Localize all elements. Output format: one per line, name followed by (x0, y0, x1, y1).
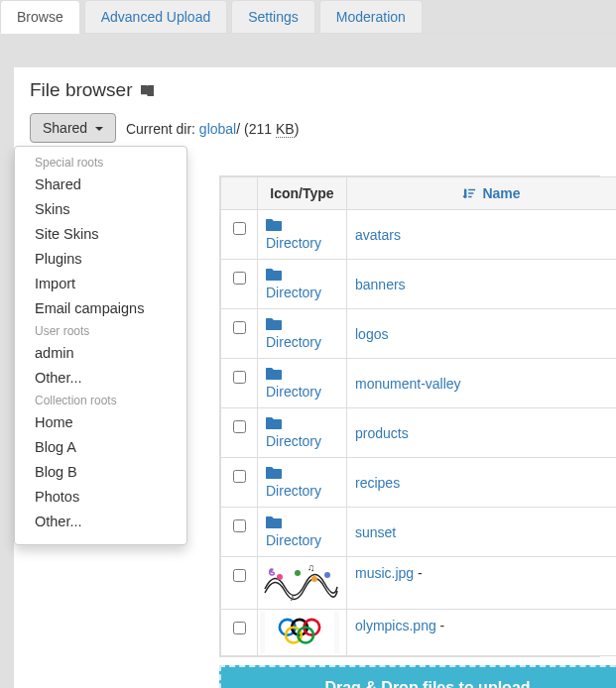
dropdown-section-user: User roots (15, 321, 186, 341)
dropdown-item-other-[interactable]: Other... (15, 510, 186, 534)
dropdown-item-blog-a[interactable]: Blog A (15, 435, 186, 460)
file-name-link[interactable]: olympics.png (355, 618, 436, 633)
table-row: Directorysunset (221, 508, 617, 557)
current-dir-size-abbr: KB (276, 121, 295, 138)
table-row: Directoryavatars (221, 210, 617, 260)
current-dir-size-suffix: ) (295, 121, 300, 137)
dropdown-section-special: Special roots (15, 153, 186, 172)
roots-dropdown: Special roots SharedSkinsSite SkinsPlugi… (14, 146, 187, 545)
dropdown-item-site-skins[interactable]: Site Skins (15, 222, 186, 247)
shared-dropdown-button[interactable]: Shared (30, 113, 116, 143)
file-browser-panel: File browser Shared Current dir: global/… (14, 67, 616, 688)
file-name-link[interactable]: logos (355, 326, 388, 342)
row-checkbox[interactable] (233, 470, 246, 483)
thumbnail[interactable] (260, 612, 344, 653)
type-directory-link[interactable]: Directory (266, 532, 321, 548)
thumbnail[interactable]: ♪♫ (260, 559, 344, 607)
svg-point-3 (311, 576, 317, 582)
tab-settings[interactable]: Settings (231, 0, 315, 33)
svg-point-4 (324, 572, 330, 578)
type-directory-link[interactable]: Directory (266, 433, 321, 449)
page-title: File browser (30, 79, 132, 100)
file-name-link[interactable]: products (355, 425, 409, 441)
dropdown-item-other-[interactable]: Other... (15, 366, 186, 391)
dropdown-item-photos[interactable]: Photos (15, 485, 186, 510)
dropzone-title: Drag & Drop files to upload (221, 679, 616, 688)
folder-icon (266, 269, 282, 285)
col-name-label: Name (482, 185, 520, 201)
row-checkbox[interactable] (233, 622, 246, 634)
file-suffix: - (414, 565, 423, 581)
file-name-link[interactable]: avatars (355, 227, 401, 243)
table-row: Directorylogos (221, 309, 617, 359)
file-name-link[interactable]: monument-valley (355, 376, 461, 392)
current-dir-path[interactable]: global (199, 121, 236, 137)
dropdown-section-collection: Collection roots (15, 391, 186, 410)
tab-bar: Browse Advanced Upload Settings Moderati… (0, 0, 616, 34)
table-row: ♪♫music.jpg - (221, 557, 617, 610)
current-dir-size-prefix: (211 (240, 121, 276, 137)
file-name-link[interactable]: banners (355, 277, 406, 292)
shared-dropdown-label: Shared (43, 120, 87, 136)
file-table: Icon/Type Name Directoryavatars Director… (220, 176, 616, 656)
col-icon-type: Icon/Type (258, 177, 347, 210)
current-dir-label: Current dir: (126, 121, 195, 137)
type-directory-link[interactable]: Directory (266, 235, 321, 251)
svg-text:♪: ♪ (290, 592, 295, 603)
current-dir: Current dir: global/ (211 KB) (126, 121, 299, 137)
file-table-wrap: Icon/Type Name Directoryavatars Director… (219, 175, 600, 657)
book-icon (138, 79, 155, 100)
file-suffix: - (436, 618, 445, 633)
tab-advanced-upload[interactable]: Advanced Upload (84, 0, 228, 33)
type-directory-link[interactable]: Directory (266, 384, 321, 400)
folder-icon (266, 417, 282, 433)
type-directory-link[interactable]: Directory (266, 334, 321, 350)
dropdown-item-import[interactable]: Import (15, 272, 186, 296)
table-row: Directorybanners (221, 260, 617, 309)
caret-down-icon (95, 127, 103, 131)
svg-point-1 (277, 574, 283, 580)
row-checkbox[interactable] (233, 272, 246, 285)
row-checkbox[interactable] (233, 519, 246, 532)
dropdown-item-skins[interactable]: Skins (15, 197, 186, 222)
type-directory-link[interactable]: Directory (266, 285, 321, 300)
tab-browse[interactable]: Browse (0, 0, 80, 34)
dropdown-item-admin[interactable]: admin (15, 341, 186, 366)
folder-icon (266, 516, 282, 532)
dropzone[interactable]: Drag & Drop files to upload or click to … (219, 665, 616, 688)
dropdown-item-shared[interactable]: Shared (15, 172, 186, 197)
table-row: Directoryrecipes (221, 458, 617, 508)
row-checkbox[interactable] (233, 420, 246, 433)
col-checkbox (221, 177, 258, 210)
row-checkbox[interactable] (233, 321, 246, 334)
file-name-link[interactable]: music.jpg (355, 565, 414, 581)
row-checkbox[interactable] (233, 222, 246, 235)
row-checkbox[interactable] (233, 569, 246, 582)
file-name-link[interactable]: sunset (355, 524, 396, 540)
tab-moderation[interactable]: Moderation (319, 0, 423, 33)
svg-text:♫: ♫ (308, 562, 315, 573)
folder-icon (266, 318, 282, 334)
table-row: olympics.png - (221, 610, 617, 656)
folder-icon (266, 368, 282, 384)
folder-icon (266, 219, 282, 235)
table-row: Directoryproducts (221, 408, 617, 458)
panel-body: Shared Current dir: global/ (211 KB) Spe… (14, 113, 616, 688)
row-checkbox[interactable] (233, 371, 246, 384)
dropdown-item-email-campaigns[interactable]: Email campaigns (15, 296, 186, 321)
folder-icon (266, 467, 282, 483)
dropdown-item-blog-b[interactable]: Blog B (15, 460, 186, 485)
col-name[interactable]: Name (347, 177, 617, 210)
panel-header: File browser (14, 67, 616, 113)
type-directory-link[interactable]: Directory (266, 483, 321, 499)
file-name-link[interactable]: recipes (355, 475, 400, 491)
svg-point-2 (295, 570, 301, 576)
dropdown-item-plugins[interactable]: Plugins (15, 247, 186, 272)
table-row: Directorymonument-valley (221, 359, 617, 408)
dropdown-item-home[interactable]: Home (15, 410, 186, 435)
